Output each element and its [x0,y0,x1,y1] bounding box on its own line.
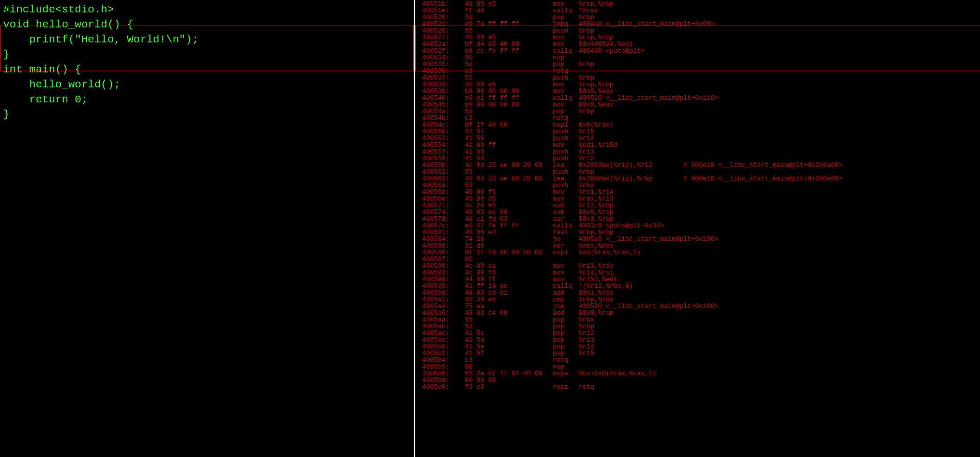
asm-line: 400526:55push%rbp [418,28,977,35]
asm-line: 400557:41 55push%r13 [418,149,977,156]
asm-line: 40055b:4c 8d 25 ae 08 20 00lea0x2008ae(%… [418,162,977,169]
source-line: } [3,107,411,122]
source-code-pane[interactable]: #include<stdio.h> void hello_world() { p… [0,0,414,457]
asm-line: 40051b:48 89 e5mov%rsp,%rbp [418,1,977,8]
source-line: } [3,47,411,62]
asm-listing: 40051b:48 89 e5mov%rsp,%rbp 40051e:ff d0… [418,1,977,391]
asm-line: 4005b4:c3retq [418,357,977,364]
asm-line: 400537:55push%rbp [418,75,977,82]
asm-line: 4005b2:41 5fpop%r15 [418,351,977,357]
asm-line: 400521:e9 7a ff ff ffjmpq4004a0 <__libc_… [418,21,977,28]
asm-line: 400584:74 20je4005a6 <__libc_start_main@… [418,236,977,243]
source-line: int main() { [3,62,411,77]
source-line: return 0; [3,92,411,107]
asm-line: 4005aa:5bpop%rbx [418,317,977,324]
asm-line: 4005b0:41 5epop%r14 [418,344,977,351]
asm-line: 400563:48 8d 2d ae 08 20 00lea0x2008ae(%… [418,176,977,182]
asm-line: 4005ae:41 5dpop%r13 [418,337,977,344]
asm-line: 40051e:ff d0callq*%rax [418,8,977,14]
asm-line: 400593:4c 89 f6mov%r14,%rsi [418,270,977,277]
asm-line: 400536:c3retq [418,68,977,75]
asm-line: 40056e:49 89 d5mov%rdx,%r13 [418,196,977,203]
asm-line: 400590:4c 89 eamov%r13,%rdx [418,263,977,270]
disassembly-pane[interactable]: 40051b:48 89 e5mov%rsp,%rbp 40051e:ff d0… [415,0,980,457]
asm-line: 400534:90nop [418,55,977,62]
asm-line: 4005ab:5dpop%rbp [418,324,977,330]
asm-line: 40052f:e8 cc fe ff ffcallq400400 <puts@p… [418,48,977,55]
source-line: printf("Hello, World!\n"); [3,32,411,47]
asm-line: 40056b:49 89 f6mov%rsi,%r14 [418,189,977,196]
asm-line: 400535:5dpop%rbp [418,62,977,68]
asm-line: 40057c:e8 47 fe ff ffcallq4003c8 <puts@p… [418,223,977,230]
asm-line: 400552:41 56push%r14 [418,135,977,142]
asm-line: 40056a:53push%rbx [418,182,977,189]
asm-line: 4005b6:66 2e 0f 1f 84 00 00nopw%cs:0x0(%… [418,371,977,377]
asm-line: 4005ac:41 5cpop%r12 [418,330,977,337]
asm-line: 40054a:5dpop%rbp [418,109,977,115]
asm-line: 4005a6:48 83 c4 08add$0x8,%rsp [418,310,977,317]
asm-line: 40059d:48 83 c3 01add$0x1,%rbx [418,290,977,297]
source-line: hello_world(); [3,77,411,92]
asm-line: 4005c0:f3 c3repzretq [418,384,977,391]
asm-line: 400550:41 57push%r15 [418,129,977,135]
asm-line: 400545:b8 00 00 00 00mov$0x0,%eax [418,102,977,109]
source-line: #include<stdio.h> [3,2,411,17]
asm-line: 400554:41 89 ffmov%edi,%r15d [418,142,977,149]
asm-line: 40054c:0f 1f 40 00nopl0x0(%rax) [418,122,977,129]
asm-line: 400588:0f 1f 84 00 00 00 00nopl0x0(%rax,… [418,250,977,256]
asm-line: 40058f:00 [418,256,977,263]
asm-line: 4005bd:00 00 00 [418,377,977,384]
source-line: void hello_world() { [3,17,411,32]
